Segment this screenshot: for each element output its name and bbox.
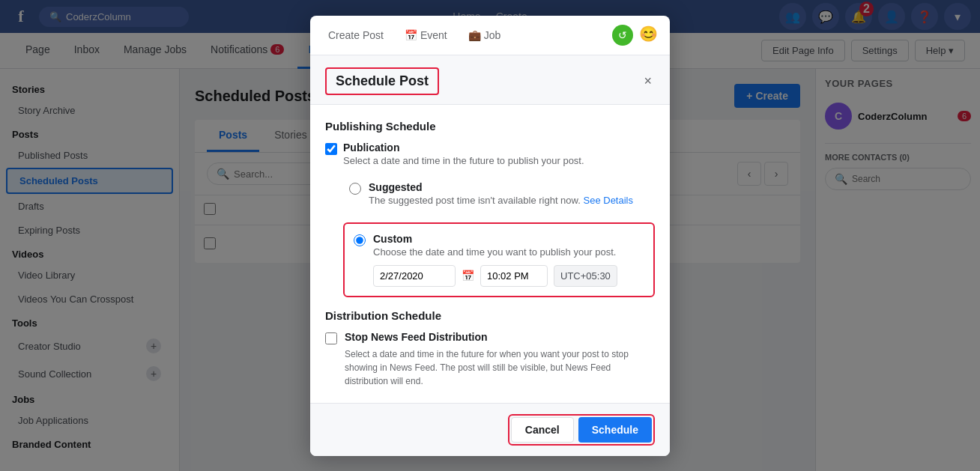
stop-news-feed-description: Select a date and time in the future for… (345, 347, 655, 388)
job-icon: 💼 (468, 29, 481, 41)
publishing-schedule-title: Publishing Schedule (325, 120, 655, 133)
suggested-label: Suggested (369, 181, 633, 193)
event-icon: 📅 (405, 29, 417, 41)
timezone-badge: UTC+05:30 (554, 265, 617, 287)
modal-tab-event[interactable]: 📅 Event (399, 26, 453, 44)
modal-footer: Cancel Schedule (310, 403, 670, 456)
publication-description: Select a date and time in the future to … (343, 155, 584, 166)
custom-radio[interactable] (354, 234, 366, 246)
modal-tabs: Create Post 📅 Event 💼 Job ↺ 😊 (310, 16, 670, 55)
see-details-link[interactable]: See Details (584, 195, 633, 206)
stop-news-feed-option: Stop News Feed Distribution Select a dat… (325, 331, 655, 388)
modal-header: Schedule Post × (310, 55, 670, 105)
modal-overlay: Create Post 📅 Event 💼 Job ↺ 😊 Schedule P… (0, 0, 980, 471)
refresh-icon-btn[interactable]: ↺ (612, 25, 633, 46)
modal-tab-create-post[interactable]: Create Post (322, 26, 390, 44)
publication-checkbox[interactable] (325, 143, 337, 155)
cancel-button[interactable]: Cancel (511, 417, 574, 443)
calendar-icon: 📅 (462, 270, 474, 282)
date-time-row: 📅 UTC+05:30 (373, 265, 617, 287)
schedule-post-modal: Create Post 📅 Event 💼 Job ↺ 😊 Schedule P… (310, 16, 670, 456)
schedule-button[interactable]: Schedule (578, 417, 652, 443)
stop-news-feed-label: Stop News Feed Distribution (345, 331, 655, 343)
modal-header-actions: ↺ 😊 (612, 25, 658, 46)
suggested-radio[interactable] (349, 183, 361, 195)
custom-option: Custom Choose the date and time you want… (343, 222, 655, 297)
close-button[interactable]: × (641, 70, 655, 92)
emoji-icon-btn[interactable]: 😊 (639, 25, 658, 46)
date-input[interactable] (373, 265, 456, 287)
time-input[interactable] (480, 265, 548, 287)
modal-tab-job[interactable]: 💼 Job (462, 26, 507, 44)
custom-label: Custom (373, 233, 617, 245)
suggested-description: The suggested post time isn't available … (369, 195, 633, 206)
publication-label: Publication (343, 142, 584, 154)
distribution-schedule-section: Distribution Schedule Stop News Feed Dis… (325, 309, 655, 388)
distribution-schedule-title: Distribution Schedule (325, 309, 655, 322)
stop-news-feed-checkbox[interactable] (325, 332, 337, 344)
modal-body: Publishing Schedule Publication Select a… (310, 105, 670, 403)
suggested-option: Suggested The suggested post time isn't … (343, 175, 655, 212)
modal-title-box: Schedule Post (325, 67, 439, 95)
custom-description: Choose the date and time you want to pub… (373, 246, 617, 258)
modal-title: Schedule Post (336, 73, 429, 88)
footer-button-group: Cancel Schedule (508, 414, 655, 446)
publication-option: Publication Select a date and time in th… (325, 142, 655, 166)
